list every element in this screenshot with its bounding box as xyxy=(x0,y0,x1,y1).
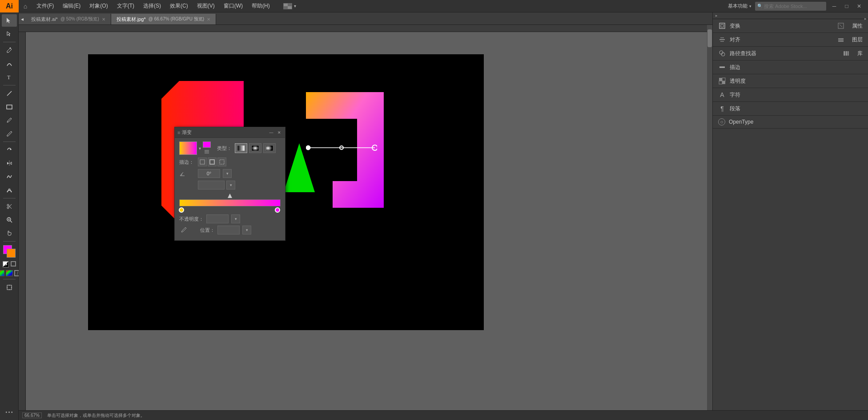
menu-edit[interactable]: 编辑(E) xyxy=(58,0,85,12)
workspace-label: 基本功能 xyxy=(728,3,747,9)
tool-pen[interactable] xyxy=(2,44,17,57)
workspace-dropdown-arrow[interactable]: ▾ xyxy=(749,4,751,8)
stroke-btn-3[interactable] xyxy=(217,158,226,166)
tab-0[interactable]: 投稿素材.ai* @ 50% (RGB/预览) ✕ xyxy=(26,14,111,24)
panel-collapse-icon[interactable]: ▸ xyxy=(714,13,719,18)
tool-line[interactable] xyxy=(2,87,17,100)
menu-file[interactable]: 文件(F) xyxy=(32,0,58,12)
stroke-btn-1[interactable] xyxy=(198,158,207,166)
character-label: 字符 xyxy=(730,91,740,99)
tool-selection[interactable] xyxy=(2,14,17,27)
tool-scissors[interactable] xyxy=(2,200,17,213)
default-colors-icon[interactable] xyxy=(11,261,16,267)
tool-curvature[interactable] xyxy=(2,57,17,70)
midpoint-marker[interactable] xyxy=(228,193,232,199)
gradient-options-icon[interactable] xyxy=(203,149,211,155)
stroke-swatch[interactable] xyxy=(7,249,16,258)
panel-item-align[interactable]: 对齐 图层 xyxy=(713,33,868,47)
opacity-dropdown[interactable]: ▾ xyxy=(231,214,240,223)
panel-item-transparency[interactable]: 透明度 xyxy=(713,74,868,88)
tool-hand[interactable] xyxy=(2,227,17,239)
aspect-row: ▾ xyxy=(179,181,281,190)
panel-item-transform[interactable]: 变换 属性 xyxy=(713,19,868,33)
svg-rect-20 xyxy=(721,24,723,27)
minimize-button[interactable]: ─ xyxy=(830,2,839,11)
gradient-panel-header[interactable]: 渐变 — ✕ xyxy=(175,127,285,138)
gradient-stop-left[interactable] xyxy=(179,207,184,213)
angle-icon-label xyxy=(179,170,195,177)
fill-stroke-swatches[interactable] xyxy=(3,245,16,258)
scrollbar-thumb[interactable] xyxy=(707,29,712,47)
aspect-input[interactable] xyxy=(198,181,225,190)
position-row: 位置： 100% ▾ xyxy=(179,225,281,235)
tool-rectangle[interactable] xyxy=(2,101,17,113)
gradient-bar[interactable] xyxy=(179,199,281,206)
close-button[interactable]: ✕ xyxy=(855,2,864,11)
tool-artboard[interactable] xyxy=(2,281,17,294)
angle-dropdown[interactable]: ▾ xyxy=(223,169,232,178)
svg-line-55 xyxy=(184,230,185,230)
gradient-stop-right[interactable] xyxy=(275,207,280,213)
type-linear-btn[interactable] xyxy=(235,143,247,153)
panel-right-collapse[interactable]: ▸ xyxy=(863,12,868,25)
vertical-scrollbar[interactable] xyxy=(707,25,712,420)
gradient-main-swatch[interactable] xyxy=(179,141,197,155)
more-tools-btn[interactable]: • • • xyxy=(2,406,17,420)
panel-item-pathfinder[interactable]: 路径查找器 库 xyxy=(713,47,868,61)
tab-0-close[interactable]: ✕ xyxy=(102,17,105,22)
eyedropper-icon[interactable] xyxy=(179,225,189,235)
gradient-swatch-dropdown[interactable]: ▾ xyxy=(199,146,201,151)
menu-view[interactable]: 视图(V) xyxy=(193,0,219,12)
swap-colors-icon[interactable]: ⇄ xyxy=(3,261,9,267)
gradient-fill-icon[interactable] xyxy=(6,270,13,276)
menu-text[interactable]: 文字(T) xyxy=(113,0,139,12)
angle-input[interactable]: 0° xyxy=(198,169,220,178)
menu-effect[interactable]: 效果(C) xyxy=(165,0,193,12)
svg-rect-28 xyxy=(838,41,844,42)
tool-pencil[interactable] xyxy=(2,127,17,140)
menu-help[interactable]: 帮助(H) xyxy=(247,0,274,12)
gradient-mini-swatch-1[interactable] xyxy=(203,141,211,148)
menu-window[interactable]: 窗口(W) xyxy=(219,0,247,12)
workspace-dropdown-icon[interactable]: ▾ xyxy=(294,4,296,8)
tab-1[interactable]: 投稿素材.jpg* @ 66.67% (RGB/GPU 预览) ✕ xyxy=(111,14,216,24)
panel-item-stroke[interactable]: 描边 xyxy=(713,61,868,74)
tool-zoom[interactable] xyxy=(2,214,17,226)
stock-search-input[interactable] xyxy=(755,2,826,11)
toolbar-separator-3 xyxy=(3,141,16,142)
tool-warp[interactable] xyxy=(2,170,17,183)
canvas-area[interactable] xyxy=(26,32,707,420)
zoom-level[interactable]: 66.67% xyxy=(22,412,42,418)
type-radial-btn[interactable] xyxy=(249,143,261,153)
panel-minimize-btn[interactable]: — xyxy=(268,129,274,136)
workspace-grid-icon[interactable] xyxy=(283,3,292,9)
svg-point-40 xyxy=(306,145,310,150)
color-fill-icon[interactable] xyxy=(0,270,4,276)
tool-rotate[interactable] xyxy=(2,144,17,156)
tool-type[interactable]: T xyxy=(2,71,17,83)
panel-item-character[interactable]: A 字符 xyxy=(713,88,868,102)
tool-paintbrush[interactable] xyxy=(2,114,17,126)
tool-width[interactable] xyxy=(2,184,17,196)
tool-reflect[interactable] xyxy=(2,157,17,170)
maximize-button[interactable]: □ xyxy=(842,2,851,11)
tab-1-detail: @ 66.67% (RGB/GPU 预览) xyxy=(149,16,204,22)
panel-item-paragraph[interactable]: ¶ 段落 xyxy=(713,102,868,116)
stroke-btn-2[interactable] xyxy=(208,158,217,166)
home-icon[interactable]: ⌂ xyxy=(19,0,32,12)
aspect-dropdown[interactable]: ▾ xyxy=(226,181,235,190)
tab-1-close[interactable]: ✕ xyxy=(207,17,210,22)
svg-rect-14 xyxy=(7,285,12,290)
position-input[interactable]: 100% xyxy=(217,226,240,234)
panel-close-btn[interactable]: ✕ xyxy=(276,129,282,136)
svg-line-2 xyxy=(7,91,12,96)
scroll-tabs-left[interactable]: ◂ xyxy=(19,14,26,24)
panel-item-opentype[interactable]: ○ OpenType xyxy=(713,116,868,129)
tool-direct-selection[interactable] xyxy=(2,28,17,40)
position-dropdown[interactable]: ▾ xyxy=(242,226,251,234)
menu-select[interactable]: 选择(S) xyxy=(139,0,165,12)
aspect-controls: ▾ xyxy=(198,181,235,190)
menu-object[interactable]: 对象(O) xyxy=(85,0,112,12)
type-freeform-btn[interactable] xyxy=(263,143,276,153)
opacity-input[interactable]: 100% xyxy=(206,214,229,223)
